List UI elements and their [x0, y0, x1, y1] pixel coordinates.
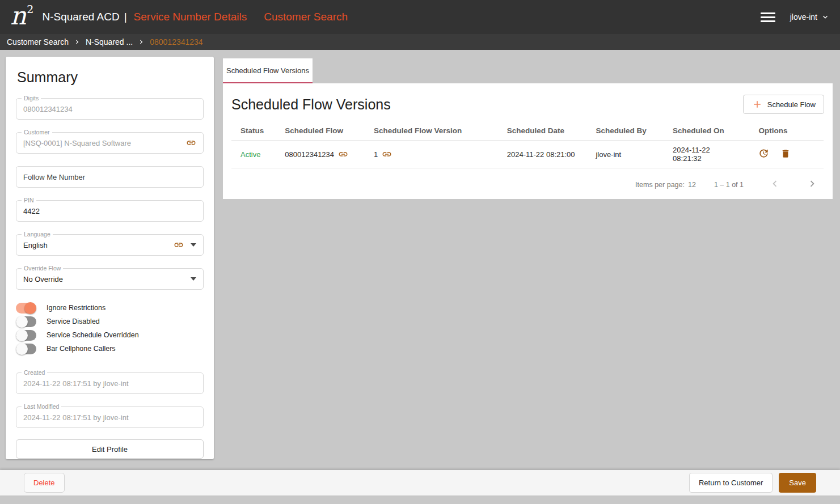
app-title-text: N-Squared ACD — [42, 11, 119, 23]
follow-me-number-label: Follow Me Number — [23, 173, 196, 181]
table-header-row: Status Scheduled Flow Scheduled Flow Ver… — [231, 123, 824, 141]
breadcrumb-chevron-icon — [73, 38, 81, 46]
app-logo: n2 — [10, 3, 33, 28]
paginator: Items per page: 12 1 – 1 of 1 — [223, 177, 818, 192]
edit-profile-button[interactable]: Edit Profile — [16, 439, 204, 459]
scheduled-flow-table: Status Scheduled Flow Scheduled Flow Ver… — [231, 123, 824, 168]
toggle-switch-icon[interactable] — [16, 303, 36, 314]
scheduled-on-value: 2024-11-22 08:21:32 — [664, 141, 749, 168]
breadcrumb-current-number: 080012341234 — [150, 37, 202, 46]
link-icon[interactable] — [174, 240, 184, 250]
digits-label: Digits — [22, 95, 41, 101]
link-icon[interactable] — [382, 149, 392, 159]
app-title: N-Squared ACD| — [42, 11, 129, 23]
scheduled-flow-version-value: 1 — [374, 150, 378, 159]
dropdown-caret-icon[interactable] — [191, 277, 196, 281]
dropdown-caret-icon[interactable] — [191, 243, 196, 247]
reschedule-history-button[interactable] — [758, 148, 769, 160]
created-field: Created 2024-11-22 08:17:51 by jlove-int — [16, 372, 204, 394]
hamburger-menu-icon[interactable] — [761, 10, 775, 24]
delete-row-button[interactable] — [780, 149, 791, 160]
toggle-label: Bar Cellphone Callers — [47, 345, 116, 353]
header-scheduled-flow: Scheduled Flow — [276, 123, 365, 141]
action-footer: Delete Return to Customer Save — [0, 470, 840, 495]
customer-value: [NSQ-0001] N-Squared Software — [23, 139, 186, 147]
paginator-next-button[interactable] — [806, 177, 818, 192]
override-flow-label: Override Flow — [22, 265, 63, 272]
customer-label: Customer — [22, 129, 52, 135]
breadcrumb-chevron-icon — [137, 38, 145, 46]
plus-icon — [752, 99, 763, 110]
logo-exponent: 2 — [27, 3, 33, 15]
bar-cellphone-callers-toggle[interactable]: Bar Cellphone Callers — [16, 342, 204, 355]
chevron-down-icon — [821, 12, 830, 22]
toggle-label: Service Disabled — [47, 317, 100, 325]
header-scheduled-by: Scheduled By — [586, 123, 664, 141]
override-flow-select[interactable]: Override Flow No Override — [16, 268, 204, 290]
ignore-restrictions-toggle[interactable]: Ignore Restrictions — [16, 301, 204, 315]
created-value: 2024-11-22 08:17:51 by jlove-int — [23, 379, 196, 388]
created-label: Created — [22, 369, 47, 376]
items-per-page-label: Items per page: — [635, 181, 685, 189]
language-value: English — [23, 241, 174, 249]
breadcrumb-nsquared[interactable]: N-Squared ... — [86, 37, 133, 46]
toggle-switch-icon[interactable] — [16, 344, 36, 354]
chevron-left-icon — [769, 177, 781, 190]
title-separator: | — [124, 11, 127, 23]
items-per-page-value[interactable]: 12 — [688, 181, 696, 189]
scheduled-date-value: 2024-11-22 08:21:00 — [498, 141, 587, 168]
save-button[interactable]: Save — [779, 473, 816, 493]
digits-field: Digits 080012341234 — [16, 98, 204, 120]
paginator-prev-button[interactable] — [769, 177, 781, 192]
schedule-flow-button[interactable]: Schedule Flow — [743, 95, 824, 114]
header-scheduled-flow-version: Scheduled Flow Version — [365, 123, 498, 141]
override-flow-value: No Override — [23, 275, 191, 283]
last-modified-field: Last Modified 2024-11-22 08:17:51 by jlo… — [16, 406, 204, 428]
header-options: Options — [749, 123, 824, 141]
toggle-label: Service Schedule Overridden — [47, 331, 139, 339]
header-scheduled-date: Scheduled Date — [498, 123, 587, 141]
toggle-switch-icon[interactable] — [16, 316, 36, 327]
scheduled-flow-value: 080012341234 — [285, 150, 334, 159]
service-schedule-overridden-toggle[interactable]: Service Schedule Overridden — [16, 328, 204, 342]
link-icon[interactable] — [338, 149, 348, 159]
chevron-right-icon — [806, 177, 818, 190]
history-icon — [758, 148, 769, 159]
language-label: Language — [22, 231, 53, 238]
follow-me-number-field[interactable]: Follow Me Number — [16, 166, 204, 188]
pin-label: PIN — [22, 197, 36, 204]
breadcrumb-customer-search[interactable]: Customer Search — [7, 37, 69, 46]
header-status: Status — [231, 123, 276, 141]
nav-service-number-details[interactable]: Service Number Details — [134, 11, 247, 23]
paginator-range-label: 1 – 1 of 1 — [714, 181, 744, 189]
schedule-flow-button-label: Schedule Flow — [767, 100, 816, 109]
pin-field[interactable]: PIN 4422 — [16, 200, 204, 222]
toggle-label: Ignore Restrictions — [47, 304, 105, 312]
return-to-customer-button[interactable]: Return to Customer — [689, 473, 773, 493]
pin-value: 4422 — [23, 207, 196, 215]
delete-button[interactable]: Delete — [24, 473, 65, 493]
link-icon[interactable] — [186, 138, 196, 148]
customer-field: Customer [NSQ-0001] N-Squared Software — [16, 132, 204, 154]
service-disabled-toggle[interactable]: Service Disabled — [16, 315, 204, 328]
language-select[interactable]: Language English — [16, 234, 204, 256]
breadcrumb: Customer Search N-Squared ... 0800123412… — [0, 34, 840, 50]
summary-title: Summary — [17, 69, 202, 86]
trash-icon — [780, 149, 791, 159]
nav-customer-search[interactable]: Customer Search — [264, 11, 348, 23]
scheduled-flow-versions-panel: Scheduled Flow Versions Schedule Flow St… — [223, 83, 833, 199]
header-scheduled-on: Scheduled On — [664, 123, 749, 141]
username-label: jlove-int — [790, 12, 817, 22]
tab-scheduled-flow-versions[interactable]: Scheduled Flow Versions — [223, 58, 313, 83]
toggle-group: Ignore Restrictions Service Disabled Ser… — [16, 301, 204, 355]
last-modified-label: Last Modified — [22, 403, 61, 410]
panel-header: Scheduled Flow Versions Schedule Flow — [223, 83, 833, 123]
user-menu[interactable]: jlove-int — [790, 12, 830, 22]
last-modified-value: 2024-11-22 08:17:51 by jlove-int — [23, 413, 196, 422]
logo-n: n — [10, 1, 26, 30]
status-badge: Active — [240, 150, 260, 159]
app-header: n2 N-Squared ACD| Service Number Details… — [0, 0, 840, 34]
digits-value: 080012341234 — [23, 105, 196, 113]
toggle-switch-icon[interactable] — [16, 330, 36, 341]
scheduled-by-value: jlove-int — [586, 141, 664, 168]
